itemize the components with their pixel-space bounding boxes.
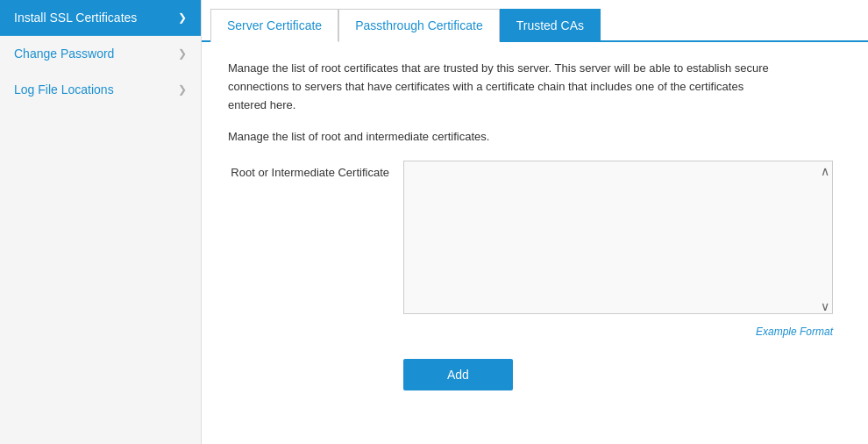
sidebar-item-change-password[interactable]: Change Password ❯ xyxy=(0,36,201,72)
chevron-right-icon: ❯ xyxy=(178,83,187,96)
sidebar-item-install-ssl[interactable]: Install SSL Certificates ❯ xyxy=(0,0,201,36)
tab-server-certificate[interactable]: Server Certificate xyxy=(210,9,338,42)
tab-content: Manage the list of root certificates tha… xyxy=(202,42,868,444)
chevron-right-icon: ❯ xyxy=(178,47,187,60)
scroll-up-icon[interactable]: ∧ xyxy=(821,164,829,178)
sidebar-item-label: Install SSL Certificates xyxy=(14,11,137,25)
certificate-label: Root or Intermediate Certificate xyxy=(228,161,403,179)
sidebar-item-log-file-locations[interactable]: Log File Locations ❯ xyxy=(0,72,201,108)
tab-passthrough-certificate[interactable]: Passthrough Certificate xyxy=(338,9,500,42)
example-link-row: Example Format xyxy=(403,326,833,338)
tab-trusted-cas[interactable]: Trusted CAs xyxy=(500,9,601,42)
certificate-form-row: Root or Intermediate Certificate ∧ ∨ xyxy=(228,161,842,317)
sidebar-item-label: Log File Locations xyxy=(14,82,114,97)
sidebar-item-label: Change Password xyxy=(14,47,114,61)
scroll-down-icon[interactable]: ∨ xyxy=(821,299,829,313)
certificate-textarea[interactable] xyxy=(403,161,833,314)
sidebar: Install SSL Certificates ❯ Change Passwo… xyxy=(0,0,202,444)
example-format-link[interactable]: Example Format xyxy=(756,326,833,338)
description-text: Manage the list of root certificates tha… xyxy=(228,60,772,114)
tab-bar: Server Certificate Passthrough Certifica… xyxy=(202,9,868,42)
add-button-row: Add xyxy=(403,359,842,390)
description-secondary-text: Manage the list of root and intermediate… xyxy=(228,130,842,143)
add-button[interactable]: Add xyxy=(403,359,513,390)
chevron-right-icon: ❯ xyxy=(178,11,187,24)
textarea-wrapper: ∧ ∨ xyxy=(403,161,833,317)
main-content: Server Certificate Passthrough Certifica… xyxy=(202,0,868,444)
